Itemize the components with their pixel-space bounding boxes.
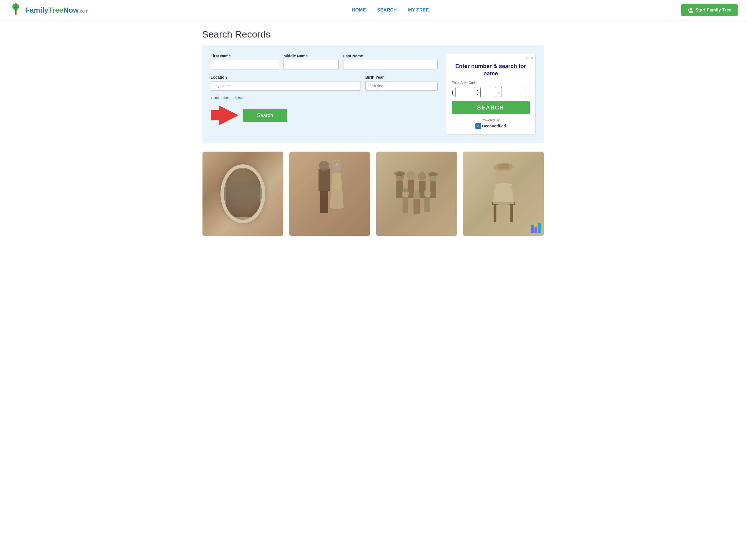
logo-family-text: Family (25, 6, 48, 14)
photo-placeholder-3 (376, 152, 457, 236)
child-photo (463, 152, 544, 236)
nav-home[interactable]: HOME (352, 7, 366, 12)
location-input[interactable] (211, 81, 361, 91)
svg-rect-1 (15, 10, 17, 14)
phone-dash: - (498, 89, 499, 95)
start-family-tree-button[interactable]: Start Family Tree (681, 4, 738, 16)
open-paren: ( (452, 88, 454, 96)
first-name-label: First Name (211, 54, 279, 58)
logo-now-text: Now (63, 6, 79, 14)
ad-corner: Ad ✕ (525, 56, 533, 60)
person-plus-icon (687, 7, 693, 13)
page-title: Search Records (202, 29, 544, 40)
logo-com-text: .com (79, 9, 88, 13)
main-nav: HOME SEARCH MY TREE (99, 7, 681, 12)
birth-year-input[interactable] (365, 81, 437, 91)
ad-area-code-label: Enter Area Code: (452, 81, 478, 85)
group-svg (376, 152, 457, 236)
search-panel: First Name Middle Name Last Name Locatio… (202, 46, 544, 143)
photo-placeholder-4 (463, 152, 544, 236)
ad-close-icon[interactable]: ✕ (530, 56, 533, 60)
logo-icon (8, 3, 23, 17)
middle-name-input[interactable] (284, 60, 339, 69)
location-birth-row: Location Birth Year (211, 75, 437, 91)
svg-point-25 (424, 189, 431, 197)
ad-panel: Ad ✕ Enter number & search for name Ente… (446, 54, 536, 135)
location-group: Location (211, 75, 361, 91)
bar1 (531, 225, 534, 233)
svg-point-27 (394, 171, 405, 176)
svg-rect-22 (403, 198, 408, 213)
svg-point-8 (319, 161, 329, 171)
photo-placeholder-2 (289, 152, 370, 236)
svg-rect-10 (324, 191, 328, 213)
last-name-label: Last Name (343, 54, 437, 58)
svg-rect-24 (413, 199, 420, 214)
photo-oval (203, 152, 283, 236)
phone-area-code-input[interactable] (456, 87, 475, 97)
search-button[interactable]: Search (243, 109, 287, 122)
nav-search[interactable]: SEARCH (377, 7, 397, 12)
birth-year-label: Birth Year (365, 75, 437, 80)
svg-point-23 (413, 191, 421, 199)
vibrant-bars (531, 223, 541, 233)
arrow-container (211, 106, 239, 125)
location-label: Location (211, 75, 361, 80)
last-name-input[interactable] (343, 60, 437, 69)
svg-rect-26 (424, 197, 430, 212)
nav-my-tree[interactable]: MY TREE (408, 7, 429, 12)
main-content: Search Records First Name Middle Name La… (197, 21, 550, 244)
phone-middle-input[interactable] (481, 87, 496, 97)
svg-rect-9 (320, 191, 324, 213)
birth-year-group: Birth Year (365, 75, 437, 91)
add-criteria-link[interactable]: + add more criteria (211, 95, 243, 100)
powered-by-label: Powered By (482, 118, 500, 122)
header: FamilyTreeNow.com HOME SEARCH MY TREE St… (0, 0, 746, 21)
svg-point-2 (15, 4, 17, 7)
svg-rect-35 (498, 164, 509, 169)
svg-point-28 (428, 172, 438, 176)
svg-point-15 (406, 171, 415, 180)
red-arrow-icon (219, 106, 239, 125)
search-form: First Name Middle Name Last Name Locatio… (211, 54, 437, 135)
svg-rect-7 (318, 169, 330, 191)
phone-last-input[interactable] (501, 87, 526, 97)
svg-rect-32 (510, 205, 513, 222)
photo-placeholder-1 (203, 152, 283, 236)
wedding-svg (289, 152, 370, 236)
ad-label: Ad (525, 57, 529, 60)
svg-rect-31 (494, 205, 496, 222)
photo-card-2[interactable] (289, 151, 370, 236)
ad-search-button[interactable]: SEARCH (452, 101, 530, 114)
svg-rect-20 (430, 181, 436, 198)
bar2 (535, 227, 537, 233)
photo-grid (202, 151, 544, 236)
svg-point-17 (418, 172, 426, 181)
photo-card-4[interactable] (463, 151, 544, 236)
oval-silhouette (226, 169, 260, 217)
ad-title: Enter number & search for name (452, 62, 530, 77)
group-photo (376, 152, 457, 236)
photo-card-1[interactable] (202, 151, 284, 236)
close-paren: ) (477, 88, 479, 96)
first-name-input[interactable] (211, 60, 279, 69)
phone-input-row: ( ) - (452, 87, 530, 97)
last-name-group: Last Name (343, 54, 437, 69)
been-verified-icon: ✓ (476, 123, 481, 129)
middle-name-group: Middle Name (284, 54, 339, 69)
bar3 (538, 223, 541, 233)
oval-frame (221, 165, 265, 223)
logo-tree-text: Tree (48, 6, 63, 14)
photo-card-3[interactable] (376, 151, 457, 236)
first-name-group: First Name (211, 54, 279, 69)
name-fields-row: First Name Middle Name Last Name (211, 54, 437, 69)
logo[interactable]: FamilyTreeNow.com (8, 3, 88, 17)
been-verified-label: ✓ BeenVerified (476, 123, 506, 129)
wedding-photo (289, 152, 370, 236)
search-action-row: Search (211, 106, 437, 125)
svg-rect-12 (333, 173, 340, 189)
middle-name-label: Middle Name (284, 54, 339, 58)
svg-point-29 (400, 188, 410, 193)
